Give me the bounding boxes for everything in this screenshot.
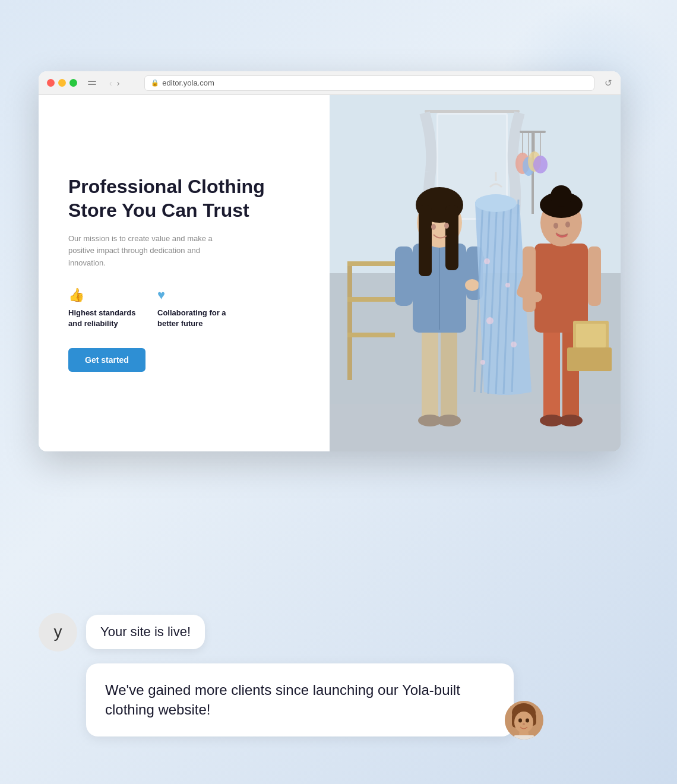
svg-point-44 (480, 360, 485, 365)
svg-point-73 (523, 723, 525, 725)
svg-rect-75 (514, 735, 534, 739)
svg-point-51 (530, 292, 542, 302)
svg-rect-47 (534, 244, 588, 333)
svg-point-29 (431, 224, 436, 230)
close-button[interactable] (47, 79, 55, 87)
sidebar-toggle-icon[interactable] (88, 79, 99, 87)
svg-point-71 (518, 719, 522, 723)
minimize-button[interactable] (58, 79, 66, 87)
user-avatar-svg (505, 701, 543, 739)
svg-rect-45 (543, 327, 560, 422)
svg-point-41 (505, 283, 510, 287)
testimonial-text: We've gained more clients since launchin… (105, 680, 495, 720)
forward-arrow[interactable]: › (116, 78, 121, 88)
hero-title: Professional Clothing Store You Can Trus… (68, 175, 300, 222)
svg-rect-18 (441, 327, 457, 422)
maximize-button[interactable] (69, 79, 77, 87)
notification-text: Your site is live! (100, 624, 191, 639)
svg-rect-65 (347, 333, 395, 337)
features-row: 👍 Highest standards and reliability ♥ Co… (68, 287, 300, 329)
svg-point-43 (511, 342, 517, 347)
browser-content: Professional Clothing Store You Can Trus… (39, 95, 621, 451)
url-text: editor.yola.com (162, 78, 214, 87)
feature-item-1: 👍 Highest standards and reliability (68, 287, 140, 329)
nav-arrows: ‹ › (108, 78, 121, 88)
heart-icon: ♥ (157, 287, 229, 303)
reload-icon[interactable]: ↺ (605, 78, 612, 88)
svg-rect-61 (567, 347, 612, 371)
svg-point-32 (437, 415, 461, 426)
feature-item-2: ♥ Collaborating for a better future (157, 287, 229, 329)
svg-point-30 (444, 223, 449, 229)
hero-image (330, 95, 621, 451)
svg-rect-64 (347, 297, 395, 302)
store-illustration (330, 95, 621, 451)
hero-subtitle: Our mission is to create value and make … (68, 233, 223, 270)
browser-window: ‹ › 🔒 editor.yola.com ↺ Professional Clo… (39, 71, 621, 451)
yola-avatar: y (39, 613, 77, 652)
yola-letter: y (54, 622, 62, 641)
notification-bubble: Your site is live! (86, 615, 205, 649)
user-avatar (505, 701, 543, 739)
browser-chrome: ‹ › 🔒 editor.yola.com ↺ (39, 71, 621, 95)
svg-rect-60 (576, 324, 606, 347)
feature-2-text: Collaborating for a better future (157, 308, 229, 329)
svg-point-42 (486, 317, 493, 324)
svg-rect-62 (347, 261, 352, 380)
svg-point-56 (565, 222, 570, 227)
back-arrow[interactable]: ‹ (108, 78, 113, 88)
svg-rect-7 (520, 131, 546, 133)
chat-section: y Your site is live! We've gained more c… (39, 613, 573, 736)
get-started-button[interactable]: Get started (68, 348, 145, 372)
svg-point-39 (475, 194, 517, 212)
svg-point-70 (514, 712, 533, 733)
svg-rect-63 (347, 261, 395, 266)
svg-rect-49 (588, 246, 601, 306)
svg-point-72 (526, 719, 529, 723)
svg-point-15 (533, 156, 548, 173)
svg-point-24 (465, 279, 479, 291)
svg-rect-27 (419, 205, 432, 276)
svg-point-40 (484, 258, 490, 264)
lock-icon: 🔒 (151, 79, 159, 87)
testimonial-bubble: We've gained more clients since launchin… (86, 663, 514, 736)
svg-point-58 (559, 415, 583, 426)
svg-rect-21 (395, 246, 413, 306)
svg-rect-17 (422, 327, 438, 422)
thumbs-up-icon: 👍 (68, 287, 140, 303)
svg-point-54 (551, 185, 572, 207)
address-bar[interactable]: 🔒 editor.yola.com (144, 75, 594, 91)
svg-rect-5 (425, 110, 520, 113)
svg-rect-28 (445, 205, 458, 270)
traffic-lights (47, 79, 77, 87)
testimonial-row: We've gained more clients since launchin… (39, 663, 573, 736)
feature-1-text: Highest standards and reliability (68, 308, 140, 329)
right-panel (330, 95, 621, 451)
chat-notification: y Your site is live! (39, 613, 573, 652)
left-panel: Professional Clothing Store You Can Trus… (39, 95, 330, 451)
svg-point-55 (553, 223, 558, 229)
